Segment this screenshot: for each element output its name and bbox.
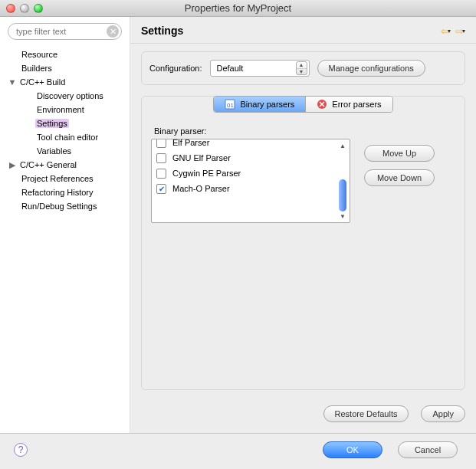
configuration-value: Default bbox=[217, 64, 244, 73]
configuration-label: Configuration: bbox=[149, 64, 202, 73]
nav-forward-button[interactable]: ⇨▾ bbox=[455, 25, 465, 37]
tree-item-cpp-build[interactable]: ▼ C/C++ Build bbox=[5, 75, 125, 89]
restore-defaults-button[interactable]: Restore Defaults bbox=[323, 405, 409, 422]
tree-label: Run/Debug Settings bbox=[20, 202, 98, 211]
page-title: Settings bbox=[141, 25, 183, 37]
parser-listbox[interactable]: Elf Parser GNU Elf Parser Cygwin PE Pars… bbox=[151, 139, 350, 223]
zoom-window-icon[interactable] bbox=[34, 4, 43, 13]
stepper-icon[interactable]: ▲▼ bbox=[296, 61, 307, 75]
manage-configurations-button[interactable]: Manage configurations bbox=[317, 60, 425, 77]
tree-label: C/C++ Build bbox=[18, 77, 67, 87]
tab-label: Error parsers bbox=[332, 100, 381, 109]
clear-filter-icon[interactable]: ✕ bbox=[107, 25, 119, 38]
parser-item[interactable]: Elf Parser bbox=[156, 139, 337, 150]
parser-item[interactable]: ✔ Mach-O Parser bbox=[156, 181, 337, 196]
category-sidebar: ✕ Resource Builders ▼ C/C++ Build Discov… bbox=[0, 17, 130, 433]
binary-file-icon: 01 bbox=[225, 99, 235, 110]
nav-back-button[interactable]: ⇦▾ bbox=[441, 25, 451, 37]
parser-item[interactable]: Cygwin PE Parser bbox=[156, 166, 337, 181]
configuration-select[interactable]: Default ▲▼ bbox=[210, 60, 310, 77]
scroll-down-icon[interactable]: ▼ bbox=[337, 212, 348, 221]
tree-label: Tool chain editor bbox=[35, 133, 100, 142]
tree-label: Builders bbox=[20, 64, 54, 73]
tree-label: Variables bbox=[35, 146, 73, 156]
error-circle-icon bbox=[317, 99, 327, 110]
minimize-window-icon bbox=[20, 4, 29, 13]
tab-binary-parsers[interactable]: 01 Binary parsers bbox=[214, 97, 305, 112]
svg-text:01: 01 bbox=[227, 102, 234, 109]
tree-label: Refactoring History bbox=[20, 188, 95, 197]
tree-item-cpp-general[interactable]: ▶ C/C++ General bbox=[5, 158, 125, 172]
tree-label: Resource bbox=[20, 50, 59, 59]
titlebar: Properties for MyProject bbox=[0, 0, 476, 17]
parser-label-text: GNU Elf Parser bbox=[172, 153, 231, 162]
tree-item-project-refs[interactable]: Project References bbox=[5, 172, 125, 185]
apply-button[interactable]: Apply bbox=[421, 405, 465, 422]
binary-parser-label: Binary parser: bbox=[154, 126, 455, 136]
scroll-thumb[interactable] bbox=[339, 179, 346, 212]
tab-error-parsers[interactable]: Error parsers bbox=[305, 97, 392, 112]
help-icon[interactable]: ? bbox=[14, 443, 28, 457]
tree-item-environment[interactable]: Environment bbox=[5, 103, 125, 116]
disclosure-triangle-right-icon[interactable]: ▶ bbox=[8, 160, 17, 169]
checkbox-checked-icon[interactable]: ✔ bbox=[156, 184, 166, 194]
window-title: Properties for MyProject bbox=[0, 2, 476, 14]
tree-label: C/C++ General bbox=[18, 160, 78, 169]
tree-item-variables[interactable]: Variables bbox=[5, 144, 125, 158]
move-up-button[interactable]: Move Up bbox=[364, 145, 435, 162]
cancel-button[interactable]: Cancel bbox=[398, 441, 458, 458]
tree-item-builders[interactable]: Builders bbox=[5, 61, 125, 75]
tree-item-run-debug[interactable]: Run/Debug Settings bbox=[5, 199, 125, 213]
tree-item-refactoring[interactable]: Refactoring History bbox=[5, 185, 125, 199]
tree-label: Project References bbox=[20, 174, 95, 183]
tree-item-settings[interactable]: Settings bbox=[5, 116, 125, 130]
tree-label: Discovery options bbox=[35, 91, 105, 100]
tab-label: Binary parsers bbox=[240, 100, 294, 109]
parser-label-text: Cygwin PE Parser bbox=[172, 169, 241, 178]
tree-label: Settings bbox=[35, 119, 69, 128]
move-down-button[interactable]: Move Down bbox=[364, 169, 435, 186]
parser-item[interactable]: GNU Elf Parser bbox=[156, 150, 337, 166]
configuration-row: Configuration: Default ▲▼ Manage configu… bbox=[141, 51, 465, 85]
ok-button[interactable]: OK bbox=[323, 441, 382, 458]
checkbox-icon[interactable] bbox=[156, 169, 166, 179]
parser-label-text: Mach-O Parser bbox=[172, 184, 230, 193]
checkbox-icon[interactable] bbox=[156, 139, 166, 148]
close-window-icon[interactable] bbox=[6, 4, 15, 13]
tree-item-discovery[interactable]: Discovery options bbox=[5, 89, 125, 103]
tree-item-toolchain[interactable]: Tool chain editor bbox=[5, 130, 125, 144]
scrollbar[interactable]: ▲ ▼ bbox=[337, 141, 348, 221]
filter-input[interactable] bbox=[8, 23, 122, 40]
disclosure-triangle-down-icon[interactable]: ▼ bbox=[8, 77, 17, 87]
scroll-up-icon[interactable]: ▲ bbox=[337, 141, 348, 150]
tree-item-resource[interactable]: Resource bbox=[5, 48, 125, 61]
parser-label-text: Elf Parser bbox=[172, 139, 209, 147]
tree-label: Environment bbox=[35, 105, 86, 114]
checkbox-icon[interactable] bbox=[156, 153, 166, 163]
